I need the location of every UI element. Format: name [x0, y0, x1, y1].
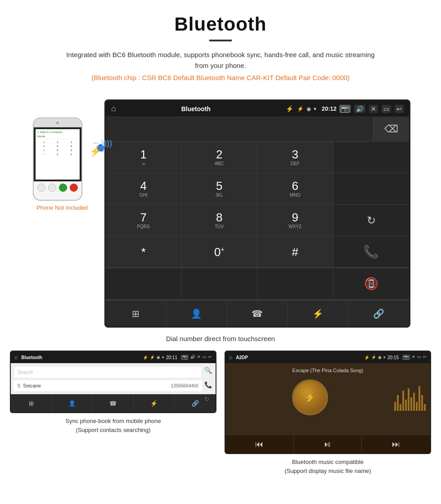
- page-description: Integrated with BC6 Bluetooth module, su…: [63, 50, 378, 71]
- phone-mock-top: [34, 118, 81, 127]
- pb-status-icons: ⚡ ◉ ▾ 20:11: [150, 355, 177, 360]
- key-reload[interactable]: ↻: [333, 205, 410, 236]
- key-call-green[interactable]: 📞: [333, 236, 410, 268]
- music-song-title: Escape (The Pina Colada Song): [292, 368, 364, 373]
- pb-loc-icon: ◉: [157, 355, 160, 360]
- reload-icon: ↻: [367, 214, 376, 227]
- music-status-icons: ⚡ ◉ ▾ 20:15: [371, 355, 399, 360]
- dial-device: ⌂ Bluetooth ⚡ ⚡ ◉ ▾ 20:12 📷 🔊 ✕ ▭ ↩ ⌫: [104, 99, 410, 328]
- signal-arc-top: 〜〜: [93, 141, 98, 146]
- phone-home-btn: [48, 184, 56, 192]
- entry-name: Seicane: [23, 383, 171, 388]
- pb-screen2-icon: ▭: [202, 355, 207, 360]
- key-end-call[interactable]: 📵: [333, 268, 410, 300]
- bluetooth-status-icon: ⚡: [297, 106, 304, 112]
- pb-close-icon: ✕: [197, 355, 201, 360]
- screen-icon[interactable]: ▭: [382, 105, 391, 113]
- dial-nav-bar: ⊞ 👤 ☎ ⚡ 🔗: [106, 300, 409, 326]
- key-3[interactable]: 3 DEF: [257, 142, 333, 173]
- music-play-pause-btn[interactable]: ⏯: [294, 435, 362, 453]
- key-placeholder-1: [106, 268, 182, 300]
- status-time: 20:12: [322, 105, 337, 112]
- pb-camera-icon: 📷: [181, 355, 189, 360]
- phonebook-search-bar: Search: [14, 366, 202, 378]
- nav-phone-btn[interactable]: ☎: [227, 301, 288, 326]
- camera-icon[interactable]: 📷: [339, 105, 351, 113]
- bt-signal-group: 〜〜 ⚡: [89, 141, 101, 158]
- close-icon[interactable]: ✕: [369, 105, 378, 113]
- phone-side-icon[interactable]: 📞: [204, 381, 212, 388]
- pb-wifi-icon: ▾: [162, 355, 164, 360]
- nav-contacts-btn[interactable]: 👤: [166, 301, 227, 326]
- music-controls: ⏮ ⏯ ⏭: [225, 435, 430, 453]
- call-icon: 📞: [363, 244, 379, 259]
- pb-bt-icon: ⚡: [150, 355, 155, 360]
- music-camera-icon: 📷: [402, 355, 410, 360]
- phonebook-nav: ⊞ 👤 ☎ ⚡ 🔗: [11, 394, 216, 412]
- key-7[interactable]: 7 PQRS: [106, 205, 182, 236]
- pb-nav-bluetooth[interactable]: ⚡: [134, 394, 175, 412]
- music-wifi-icon: ▾: [383, 355, 386, 360]
- phonebook-caption: Sync phone-book from mobile phone (Suppo…: [65, 417, 161, 434]
- pb-nav-keypad[interactable]: ⊞: [11, 394, 52, 412]
- key-0[interactable]: 0+: [182, 236, 258, 268]
- music-status-title: A2DP: [236, 355, 362, 360]
- phone-back-btn: [37, 184, 45, 192]
- key-hash[interactable]: #: [257, 236, 333, 268]
- search-side-icon[interactable]: 🔍: [204, 367, 212, 374]
- key-6[interactable]: 6 MNO: [257, 173, 333, 205]
- pb-vol-icon: 🔊: [190, 355, 195, 360]
- search-placeholder: Search: [18, 369, 33, 375]
- music-status-time: 20:15: [387, 355, 399, 360]
- key-star[interactable]: *: [106, 236, 182, 268]
- music-back-icon: ↩: [423, 355, 427, 360]
- dial-statusbar: ⌂ Bluetooth ⚡ ⚡ ◉ ▾ 20:12 📷 🔊 ✕ ▭ ↩: [106, 101, 409, 117]
- pb-usb-icon: ⚡: [143, 355, 148, 360]
- music-bt-icon: ⚡: [371, 355, 376, 360]
- dial-section: + Add to Contacts Mobile 123 456 789 *0#: [0, 95, 441, 330]
- key-8[interactable]: 8 TUV: [182, 205, 258, 236]
- entry-number: 13566664466: [171, 383, 198, 388]
- page-title: Bluetooth: [27, 14, 414, 35]
- pb-nav-phone[interactable]: ☎: [93, 394, 134, 412]
- key-4[interactable]: 4 GHI: [106, 173, 182, 205]
- key-5[interactable]: 5 JKL: [182, 173, 258, 205]
- key-placeholder-2: [182, 268, 258, 300]
- phone-call-btn: [59, 184, 67, 192]
- key-9[interactable]: 9 WXYZ: [257, 205, 333, 236]
- music-home-icon: ⌂: [229, 354, 232, 360]
- album-bt-overlay: ⚡: [304, 392, 315, 403]
- phone-not-included-label: Phone Not Included: [36, 204, 88, 211]
- page-header: Bluetooth Integrated with BC6 Bluetooth …: [0, 0, 441, 95]
- phone-add-contact: + Add to Contacts: [37, 130, 78, 134]
- bluetooth-symbol: ⚡: [89, 146, 101, 158]
- music-next-btn[interactable]: ⏭: [362, 435, 430, 453]
- pb-nav-contacts[interactable]: 👤: [52, 394, 93, 412]
- music-prev-btn[interactable]: ⏮: [225, 435, 294, 453]
- dial-input-row: ⌫: [106, 117, 409, 142]
- keypad-grid: 1 ∞ 2 ABC 3 DEF 4 GHI 5 JKL 6: [106, 142, 409, 268]
- bottom-screens: ⌂ Bluetooth ⚡ ⚡ ◉ ▾ 20:11 📷 🔊 ✕ ▭ ↩: [0, 351, 441, 480]
- side-icons: 🔍 📞 ↻: [202, 363, 214, 406]
- location-icon: ◉: [306, 106, 311, 112]
- nav-link-btn[interactable]: 🔗: [348, 301, 409, 326]
- phonebook-list: S Seicane 13566664466: [14, 380, 202, 392]
- phonebook-entry[interactable]: S Seicane 13566664466: [14, 380, 202, 392]
- volume-icon[interactable]: 🔊: [354, 105, 365, 113]
- home-icon[interactable]: ⌂: [111, 104, 116, 113]
- phone-mock-dot: [56, 122, 59, 124]
- music-usb-icon: ⚡: [364, 355, 369, 360]
- key-1[interactable]: 1 ∞: [106, 142, 182, 173]
- entry-letter: S: [17, 383, 20, 388]
- music-block: ⌂ A2DP ⚡ ⚡ ◉ ▾ 20:15 📷 ✕ ▭ ↩ Escape (: [225, 351, 431, 475]
- key-2[interactable]: 2 ABC: [182, 142, 258, 173]
- reload-side-icon[interactable]: ↻: [204, 396, 212, 403]
- nav-bluetooth-nav-btn[interactable]: ⚡: [288, 301, 348, 326]
- phonebook-block: ⌂ Bluetooth ⚡ ⚡ ◉ ▾ 20:11 📷 🔊 ✕ ▭ ↩: [10, 351, 216, 475]
- phone-mock-screen-inner: + Add to Contacts Mobile 123 456 789 *0#: [36, 129, 80, 180]
- nav-keypad-btn[interactable]: ⊞: [106, 301, 166, 326]
- wifi-icon: ▾: [314, 106, 316, 112]
- back-icon[interactable]: ↩: [395, 105, 404, 113]
- dial-backspace-btn[interactable]: ⌫: [373, 117, 409, 142]
- dial-caption: Dial number direct from touchscreen: [0, 335, 441, 342]
